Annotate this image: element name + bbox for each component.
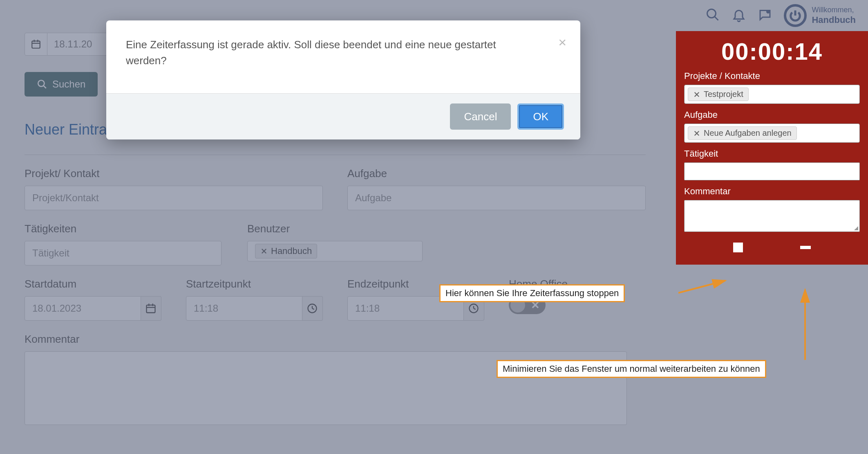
minimize-button[interactable] — [800, 246, 811, 249]
cancel-button[interactable]: Cancel — [450, 103, 511, 130]
timer-projects-input[interactable]: Testprojekt — [684, 85, 860, 104]
timer-panel: 00:00:14 Projekte / Kontakte Testprojekt… — [676, 31, 868, 265]
timer-task-label: Aufgabe — [684, 110, 860, 120]
dialog-message: Eine Zeiterfassung ist gerade aktiv. Sol… — [126, 37, 510, 69]
timer-comment-label: Kommentar — [684, 186, 860, 197]
timer-project-tag[interactable]: Testprojekt — [688, 88, 749, 101]
close-icon[interactable] — [693, 91, 700, 98]
dialog-close-button[interactable]: × — [558, 32, 566, 53]
timer-activity-label: Tätigkeit — [684, 148, 860, 159]
ok-button[interactable]: OK — [517, 103, 564, 130]
timer-task-tag[interactable]: Neue Aufgaben anlegen — [688, 126, 797, 140]
close-icon[interactable] — [693, 130, 700, 137]
timer-comment-textarea[interactable] — [684, 200, 860, 232]
timer-projects-label: Projekte / Kontakte — [684, 71, 860, 81]
timer-activity-input[interactable] — [684, 162, 860, 180]
annotation-minimize: Minimieren Sie das Fenster um normal wei… — [497, 360, 766, 378]
timer-display: 00:00:14 — [684, 38, 860, 65]
confirm-dialog: × Eine Zeiterfassung ist gerade aktiv. S… — [106, 20, 580, 139]
annotation-stop: Hier können Sie Ihre Zeiterfassung stopp… — [439, 284, 625, 302]
timer-task-input[interactable]: Neue Aufgaben anlegen — [684, 124, 860, 143]
stop-button[interactable] — [733, 243, 743, 252]
